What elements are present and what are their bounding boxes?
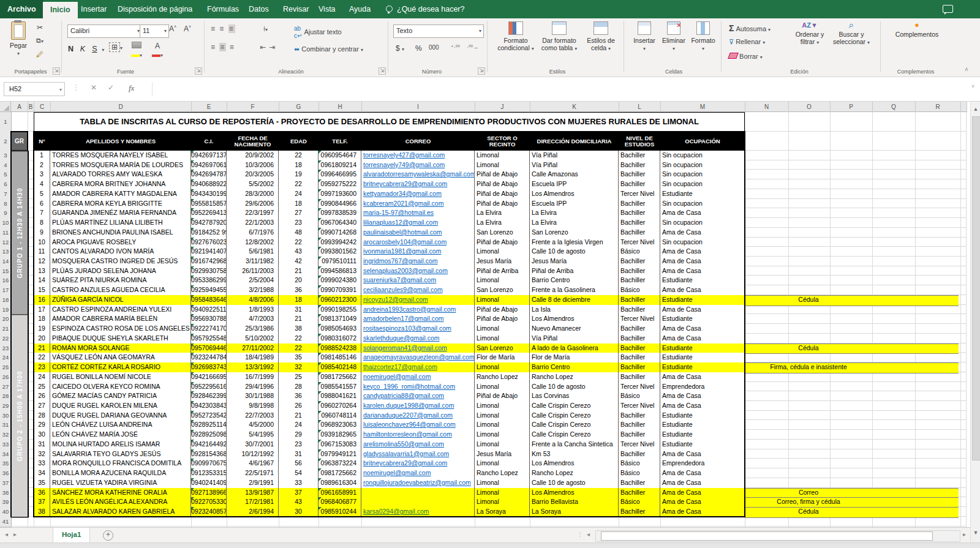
cell-nm-row6[interactable]: CABRERA MORA KEYLA BRIGGITTE [50, 199, 191, 209]
cell-di-row8[interactable]: La Elvira [530, 218, 619, 228]
cell-nm-row32[interactable]: SALAVARRIA TEYO GLADYS JESÚS [50, 449, 191, 460]
cell-tf-row17[interactable]: 0990198255 [318, 305, 361, 315]
cell-ed-row13[interactable]: 21 [279, 266, 318, 277]
cell-em-row10[interactable]: arocarosbely104@gmail.com [361, 238, 475, 248]
cell-n-row21[interactable]: 21 [34, 343, 50, 354]
cell-di-row20[interactable]: Vía Piñal [530, 334, 619, 344]
row-header-5[interactable]: 5 [0, 170, 12, 180]
cell-se-row16[interactable]: Limonal [475, 295, 530, 306]
cell-ed-row37[interactable]: 43 [279, 497, 318, 508]
cell-oc-row6[interactable]: Sin ocupacion [660, 199, 745, 209]
cell-tf-row31[interactable]: 0967153083 [318, 440, 361, 450]
note-cell-row37[interactable]: Correo, firma y cédula [745, 497, 872, 507]
cell-n-row13[interactable]: 13 [34, 266, 50, 277]
row-header-15[interactable]: 15 [0, 266, 12, 277]
email-link[interactable]: andreina1993castro@gmail.com [363, 306, 456, 313]
cell-ed-row35[interactable]: 33 [279, 478, 318, 489]
cell-n-row11[interactable]: 11 [34, 247, 50, 257]
cell-se-row23[interactable]: Limonal [475, 362, 530, 373]
cell-ni-row21[interactable]: Bachiller [619, 343, 660, 354]
cell-oc-row38[interactable]: Ama de Casa [660, 507, 745, 517]
cell-se-row10[interactable]: Piñal de Abajo [475, 238, 530, 248]
row-header-29[interactable]: 29 [0, 401, 12, 411]
cell-em-row28[interactable]: darianaduque2207@gmail.com [361, 411, 475, 421]
cell-styles-button[interactable]: Estilos de celda ▾ [582, 20, 620, 53]
decrease-decimal-icon[interactable]: ·⁰⁰→ [467, 44, 478, 50]
cell-di-row4[interactable]: Escuela IPP [530, 179, 619, 190]
row-header-2[interactable]: 2 [0, 132, 12, 151]
find-select-button[interactable]: ⌕ Buscar y seleccionar ▾ [831, 20, 872, 47]
collapse-ribbon-icon[interactable]: ˄ [965, 66, 968, 73]
cell-em-row15[interactable]: ceciliaanzules9@gmail.com [361, 285, 475, 296]
row-header-9[interactable]: 9 [0, 208, 12, 219]
cell-se-row34[interactable]: Rancho Lopez [475, 468, 530, 479]
cell-ci-row8[interactable]: 0942787920 [191, 218, 227, 228]
cell-fn-row1[interactable]: 20/9/2002 [227, 151, 279, 161]
cell-fn-row12[interactable]: 3/11/1982 [227, 257, 279, 267]
note-cell-row23[interactable]: Firma, cédula e inasistente [745, 362, 872, 372]
indent-icons[interactable]: ⇤ ⇥ [260, 43, 276, 51]
cell-em-row31[interactable]: arelismolina550@gmail.com [361, 440, 475, 450]
cell-di-row27[interactable]: Calle Crispin Cerezo [530, 401, 619, 411]
cell-se-row7[interactable]: La Elvira [475, 208, 530, 219]
tab-datos[interactable]: Datos [241, 0, 276, 18]
cell-fn-row4[interactable]: 5/5/2002 [227, 179, 279, 190]
row-header-11[interactable]: 11 [0, 228, 12, 238]
cell-n-row12[interactable]: 12 [34, 257, 50, 267]
cell-ni-row32[interactable]: Bachiller [619, 449, 660, 460]
cell-di-row29[interactable]: Calle Crispin Cerezo [530, 420, 619, 430]
cell-fn-row7[interactable]: 22/3/1997 [227, 208, 279, 219]
cell-nm-row20[interactable]: PIBAQUE DUQUE SHEYLA SKARLETH [50, 334, 191, 344]
cell-oc-row36[interactable]: Ama de Casa [660, 488, 745, 498]
row-header-8[interactable]: 8 [0, 199, 12, 209]
email-link[interactable]: alvaradotorresamywaleska@gmail.com [363, 170, 475, 178]
email-link[interactable]: ivonmaria1981@gmail.com [363, 247, 441, 255]
cell-ni-row28[interactable]: Bachiller [619, 411, 660, 421]
cell-oc-row12[interactable]: Ama de Casa [660, 257, 745, 267]
cell-n-row5[interactable]: 5 [34, 189, 50, 200]
email-link[interactable]: torresnayely427@gmail.com [363, 151, 445, 159]
cell-ci-row20[interactable]: 0957925548 [191, 334, 227, 344]
row-header-37[interactable]: 37 [0, 478, 12, 489]
email-link[interactable]: ronquillojuradoevabeatriz@gmail.com [363, 479, 471, 486]
cell-fn-row15[interactable]: 3/2/1988 [227, 285, 279, 296]
cell-ed-row30[interactable]: 29 [279, 430, 318, 440]
column-title-age[interactable]: EDAD [279, 132, 319, 151]
cell-di-row9[interactable]: San Lorenzo [530, 228, 619, 238]
font-name-combo[interactable]: Calibri▾ [67, 24, 142, 38]
cell-tf-row23[interactable]: 0985402148 [318, 362, 361, 373]
row-header-35[interactable]: 35 [0, 459, 12, 469]
cell-em-row38[interactable]: karsa0294@gmail.com [361, 507, 475, 517]
cell-ni-row31[interactable]: Tercer Nivel [619, 440, 660, 450]
email-link[interactable]: britneycabrera29@gmail.com [363, 459, 447, 467]
row-header-36[interactable]: 36 [0, 468, 12, 479]
cell-ni-row34[interactable]: Básico [619, 468, 660, 479]
cell-n-row7[interactable]: 7 [34, 208, 50, 219]
cell-ni-row17[interactable]: Bachiller [619, 305, 660, 315]
note-cell-row21[interactable]: Cédula [745, 343, 872, 353]
cell-se-row17[interactable]: Piñal de Abajo [475, 305, 530, 315]
cell-tf-row12[interactable]: 0979510111 [318, 257, 361, 267]
email-link[interactable]: rositaespinoza103@gmail.com [363, 325, 451, 332]
formula-input[interactable] [152, 82, 953, 96]
cell-ci-row16[interactable]: 0958483646 [191, 295, 227, 306]
cell-ci-row3[interactable]: 0942694787 [191, 170, 227, 180]
cell-n-row33[interactable]: 33 [34, 459, 50, 469]
note-cell-row16[interactable]: Cédula [745, 295, 872, 305]
tell-me-search[interactable]: ¿Qué desea hacer? [386, 0, 465, 18]
cell-ci-row14[interactable]: 0953386299 [191, 276, 227, 286]
cell-ni-row22[interactable]: Bachiller [619, 353, 660, 363]
cell-di-row33[interactable]: Los Almendros [530, 459, 619, 469]
cell-n-row35[interactable]: 35 [34, 478, 50, 489]
cell-oc-row33[interactable]: Emprendedora [660, 459, 745, 469]
cell-ci-row5[interactable]: 0943430199 [191, 189, 227, 200]
cell-tf-row37[interactable]: 0968406877 [318, 497, 361, 508]
column-header-I[interactable]: I [361, 102, 475, 112]
cell-se-row32[interactable]: Jesus María [475, 449, 530, 460]
cell-n-row27[interactable]: 27 [34, 401, 50, 411]
cell-ed-row24[interactable]: 25 [279, 372, 318, 383]
tab-archivo[interactable]: Archivo [0, 0, 43, 18]
cancel-icon[interactable]: ✕ [91, 83, 97, 92]
column-title-occupation[interactable]: OCUPACIÓN [660, 132, 745, 151]
increase-font-icon[interactable]: A˄ [169, 24, 176, 33]
